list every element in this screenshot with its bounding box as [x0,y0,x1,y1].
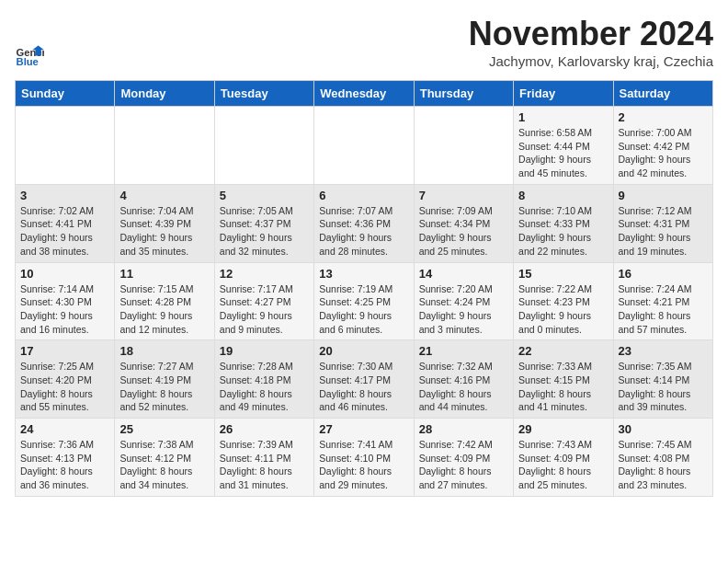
day-info: Sunrise: 7:38 AM Sunset: 4:12 PM Dayligh… [119,438,209,492]
day-number: 1 [518,110,608,124]
day-cell: 11Sunrise: 7:15 AM Sunset: 4:28 PM Dayli… [115,262,214,340]
day-number: 30 [619,422,708,436]
calendar-table: SundayMondayTuesdayWednesdayThursdayFrid… [15,80,713,497]
day-number: 20 [319,344,408,358]
day-cell: 17Sunrise: 7:25 AM Sunset: 4:20 PM Dayli… [16,340,115,419]
day-info: Sunrise: 7:14 AM Sunset: 4:30 PM Dayligh… [20,282,109,337]
title-section: November 2024 Jachymov, Karlovarsky kraj… [469,15,713,69]
day-cell: 20Sunrise: 7:30 AM Sunset: 4:17 PM Dayli… [314,340,414,419]
day-info: Sunrise: 7:33 AM Sunset: 4:15 PM Dayligh… [518,360,608,414]
day-cell: 3Sunrise: 7:02 AM Sunset: 4:41 PM Daylig… [16,184,115,262]
day-number: 10 [20,267,109,281]
day-cell: 6Sunrise: 7:07 AM Sunset: 4:36 PM Daylig… [314,184,414,262]
day-number: 8 [518,189,608,202]
day-number: 26 [220,422,309,436]
day-number: 9 [619,189,708,202]
header-cell-thursday: Thursday [414,81,513,107]
day-cell: 27Sunrise: 7:41 AM Sunset: 4:10 PM Dayli… [314,419,414,497]
day-cell: 8Sunrise: 7:10 AM Sunset: 4:33 PM Daylig… [514,184,613,262]
day-info: Sunrise: 7:20 AM Sunset: 4:24 PM Dayligh… [419,282,508,337]
day-cell: 13Sunrise: 7:19 AM Sunset: 4:25 PM Dayli… [314,262,414,340]
day-cell: 18Sunrise: 7:27 AM Sunset: 4:19 PM Dayli… [115,340,214,419]
logo-icon: General Blue [15,40,44,69]
day-number: 17 [20,344,109,358]
week-row-3: 10Sunrise: 7:14 AM Sunset: 4:30 PM Dayli… [16,262,713,340]
day-info: Sunrise: 7:17 AM Sunset: 4:27 PM Dayligh… [220,282,309,337]
day-info: Sunrise: 7:45 AM Sunset: 4:08 PM Dayligh… [619,438,708,492]
day-cell: 22Sunrise: 7:33 AM Sunset: 4:15 PM Dayli… [514,340,613,419]
day-cell: 23Sunrise: 7:35 AM Sunset: 4:14 PM Dayli… [613,340,712,419]
day-cell: 10Sunrise: 7:14 AM Sunset: 4:30 PM Dayli… [16,262,115,340]
day-number: 28 [419,422,508,436]
day-cell: 21Sunrise: 7:32 AM Sunset: 4:16 PM Dayli… [414,340,513,419]
day-cell: 4Sunrise: 7:04 AM Sunset: 4:39 PM Daylig… [115,184,214,262]
day-cell [414,107,513,185]
month-title: November 2024 [469,15,713,53]
day-cell: 26Sunrise: 7:39 AM Sunset: 4:11 PM Dayli… [214,419,313,497]
day-cell: 15Sunrise: 7:22 AM Sunset: 4:23 PM Dayli… [514,262,613,340]
day-info: Sunrise: 7:22 AM Sunset: 4:23 PM Dayligh… [518,282,608,337]
day-cell: 9Sunrise: 7:12 AM Sunset: 4:31 PM Daylig… [613,184,712,262]
day-cell: 2Sunrise: 7:00 AM Sunset: 4:42 PM Daylig… [613,107,712,185]
day-cell: 14Sunrise: 7:20 AM Sunset: 4:24 PM Dayli… [414,262,513,340]
day-cell [314,107,414,185]
day-info: Sunrise: 7:00 AM Sunset: 4:42 PM Dayligh… [619,126,708,180]
day-cell: 25Sunrise: 7:38 AM Sunset: 4:12 PM Dayli… [115,419,214,497]
day-info: Sunrise: 7:30 AM Sunset: 4:17 PM Dayligh… [319,360,408,414]
week-row-1: 1Sunrise: 6:58 AM Sunset: 4:44 PM Daylig… [16,107,713,185]
day-info: Sunrise: 7:15 AM Sunset: 4:28 PM Dayligh… [119,282,209,337]
header-cell-wednesday: Wednesday [314,81,414,107]
calendar-header: SundayMondayTuesdayWednesdayThursdayFrid… [16,81,713,107]
day-number: 25 [119,422,209,436]
day-number: 18 [119,344,209,358]
day-cell: 30Sunrise: 7:45 AM Sunset: 4:08 PM Dayli… [613,419,712,497]
day-number: 7 [419,189,508,202]
day-info: Sunrise: 7:12 AM Sunset: 4:31 PM Dayligh… [619,204,708,259]
week-row-5: 24Sunrise: 7:36 AM Sunset: 4:13 PM Dayli… [16,419,713,497]
day-info: Sunrise: 7:28 AM Sunset: 4:18 PM Dayligh… [220,360,309,414]
day-number: 14 [419,267,508,281]
day-info: Sunrise: 7:24 AM Sunset: 4:21 PM Dayligh… [619,282,708,337]
day-cell [214,107,313,185]
header-cell-friday: Friday [514,81,613,107]
day-cell: 28Sunrise: 7:42 AM Sunset: 4:09 PM Dayli… [414,419,513,497]
day-number: 29 [518,422,608,436]
day-cell: 19Sunrise: 7:28 AM Sunset: 4:18 PM Dayli… [214,340,313,419]
day-cell: 1Sunrise: 6:58 AM Sunset: 4:44 PM Daylig… [514,107,613,185]
day-number: 12 [220,267,309,281]
day-info: Sunrise: 7:05 AM Sunset: 4:37 PM Dayligh… [220,204,309,259]
day-number: 21 [419,344,508,358]
day-number: 27 [319,422,408,436]
header-cell-monday: Monday [115,81,214,107]
calendar-body: 1Sunrise: 6:58 AM Sunset: 4:44 PM Daylig… [16,107,713,497]
week-row-4: 17Sunrise: 7:25 AM Sunset: 4:20 PM Dayli… [16,340,713,419]
day-cell: 7Sunrise: 7:09 AM Sunset: 4:34 PM Daylig… [414,184,513,262]
day-cell: 29Sunrise: 7:43 AM Sunset: 4:09 PM Dayli… [514,419,613,497]
page-header: General Blue November 2024 Jachymov, Kar… [15,15,713,73]
header-cell-tuesday: Tuesday [214,81,313,107]
day-info: Sunrise: 7:25 AM Sunset: 4:20 PM Dayligh… [20,360,109,414]
day-info: Sunrise: 7:27 AM Sunset: 4:19 PM Dayligh… [119,360,209,414]
day-info: Sunrise: 7:43 AM Sunset: 4:09 PM Dayligh… [518,438,608,492]
day-info: Sunrise: 7:10 AM Sunset: 4:33 PM Dayligh… [518,204,608,259]
day-number: 22 [518,344,608,358]
header-cell-saturday: Saturday [613,81,712,107]
day-number: 11 [119,267,209,281]
day-cell: 16Sunrise: 7:24 AM Sunset: 4:21 PM Dayli… [613,262,712,340]
day-info: Sunrise: 7:19 AM Sunset: 4:25 PM Dayligh… [319,282,408,337]
day-number: 5 [220,189,309,202]
week-row-2: 3Sunrise: 7:02 AM Sunset: 4:41 PM Daylig… [16,184,713,262]
day-info: Sunrise: 7:42 AM Sunset: 4:09 PM Dayligh… [419,438,508,492]
day-number: 13 [319,267,408,281]
day-number: 15 [518,267,608,281]
day-cell: 12Sunrise: 7:17 AM Sunset: 4:27 PM Dayli… [214,262,313,340]
day-info: Sunrise: 7:32 AM Sunset: 4:16 PM Dayligh… [419,360,508,414]
day-info: Sunrise: 7:39 AM Sunset: 4:11 PM Dayligh… [220,438,309,492]
day-info: Sunrise: 7:41 AM Sunset: 4:10 PM Dayligh… [319,438,408,492]
day-info: Sunrise: 7:04 AM Sunset: 4:39 PM Dayligh… [119,204,209,259]
header-cell-sunday: Sunday [16,81,115,107]
day-number: 23 [619,344,708,358]
day-info: Sunrise: 7:35 AM Sunset: 4:14 PM Dayligh… [619,360,708,414]
day-info: Sunrise: 7:07 AM Sunset: 4:36 PM Dayligh… [319,204,408,259]
day-cell [16,107,115,185]
